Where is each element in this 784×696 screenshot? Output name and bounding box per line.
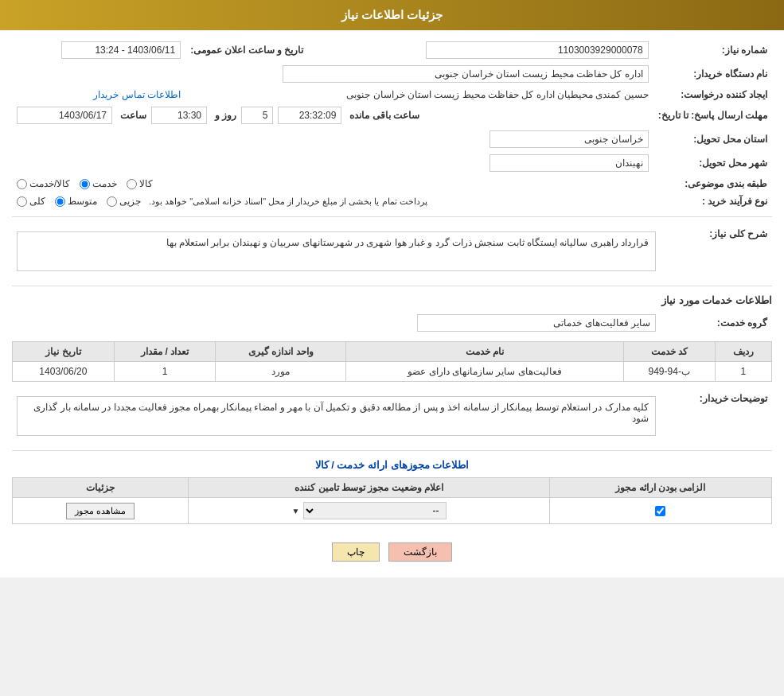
divider-3 [12, 450, 772, 451]
purchaseType-radio-jozi[interactable] [107, 196, 117, 207]
view-license-button[interactable]: مشاهده مجوز [66, 503, 135, 519]
category-option-kala-khedmat[interactable]: کالا/خدمت [17, 178, 70, 189]
license-data-table: الزامی بودن ارائه مجوز اعلام وضعیت مجوز … [12, 477, 772, 524]
purchaseType-radio-koli[interactable] [17, 196, 27, 207]
row-creator: ایجاد کننده درخواست: حسین کمندی محیطیان … [12, 86, 772, 103]
row-buyer-desc: توضیحات خریدار: کلیه مدارک در استعلام تو… [12, 388, 772, 444]
cell-unit: مورد [216, 362, 346, 382]
buyer-desc-table: توضیحات خریدار: کلیه مدارک در استعلام تو… [12, 388, 772, 444]
license-required-checkbox[interactable] [655, 506, 665, 516]
service-group-table: گروه خدمت: سایر فعالیت‌های خدماتی [12, 311, 772, 335]
purchaseType-option-koli[interactable]: کلی [17, 196, 45, 207]
table-row: 1 ب-94-949 فعالیت‌های سایر سازمانهای دار… [13, 362, 772, 382]
response-days: 5 [241, 107, 273, 124]
row-service-group: گروه خدمت: سایر فعالیت‌های خدماتی [12, 311, 772, 335]
license-status-cell: -- ▼ [189, 498, 549, 524]
col-supplier-status: اعلام وضعیت مجوز توسط تامین کننده [189, 478, 549, 498]
creator-value: حسین کمندی محیطیان اداره کل حفاظت محیط ز… [346, 89, 648, 100]
license-row-1: -- ▼ مشاهده مجوز [13, 498, 772, 524]
col-rownum: ردیف [715, 342, 771, 362]
divider-1 [12, 216, 772, 217]
needs-desc-table: شرح کلی نیاز: قرارداد راهبری سالیانه ایس… [12, 224, 772, 279]
services-header-row: ردیف کد خدمت نام خدمت واحد اندازه گیری ت… [13, 342, 772, 362]
footer-buttons: بازگشت چاپ [12, 531, 772, 570]
row-category: طبقه بندی موضوعی: کالا/خدمت خدمت [12, 175, 772, 192]
purchaseType-note: پرداخت تمام یا بخشی از مبلغ خریدار از مح… [149, 196, 427, 207]
license-status-select[interactable]: -- [303, 502, 447, 519]
row-delivery-province: استان محل تحویل: خراسان جنوبی [12, 127, 772, 151]
category-label-khedmat: خدمت [92, 178, 117, 189]
page-title: جزئیات اطلاعات نیاز [341, 8, 443, 21]
col-servicecode: کد خدمت [623, 342, 715, 362]
licenseInfo-label: اطلاعات مجوزهای ارائه خدمت / کالا [12, 459, 772, 471]
response-date: 1403/06/17 [17, 107, 112, 124]
row-delivery-city: شهر محل تحویل: نهبندان [12, 151, 772, 175]
needsDesc-value: قرارداد راهبری سالیانه ایستگاه ثابت سنجش… [17, 231, 656, 271]
chevron-down-icon: ▼ [292, 507, 300, 515]
license-table-head: الزامی بودن ارائه مجوز اعلام وضعیت مجوز … [13, 478, 772, 498]
license-table-body: -- ▼ مشاهده مجوز [13, 498, 772, 524]
purchaseType-radio-motevaset[interactable] [55, 196, 65, 207]
pubDate-label: تاریخ و ساعت اعلان عمومی: [185, 38, 308, 62]
purchaseType-label-motevaset: متوسط [68, 196, 97, 207]
purchaseType-radio-group: کلی متوسط جزیی [17, 196, 141, 207]
col-needdate: تاریخ نیاز [13, 342, 115, 362]
row-need-number: شماره نیاز: 1103003929000078 تاریخ و ساع… [12, 38, 772, 62]
responseTime-label: ساعت [120, 110, 146, 121]
contact-link[interactable]: اطلاعات تماس خریدار [93, 89, 181, 100]
buyerOrg-label: نام دستگاه خریدار: [653, 62, 772, 86]
license-checkbox-area [556, 506, 765, 516]
row-response-deadline: مهلت ارسال پاسخ: تا تاریخ: 1403/06/17 سا… [12, 103, 772, 127]
license-details-cell: مشاهده مجوز [13, 498, 189, 524]
cell-needdate: 1403/06/20 [13, 362, 115, 382]
category-label: طبقه بندی موضوعی: [653, 175, 772, 192]
category-option-khedmat[interactable]: خدمت [80, 178, 117, 189]
responseDays-label: روز و [215, 110, 236, 121]
serviceGroup-label: گروه خدمت: [661, 311, 772, 335]
needNumber-value: 1103003929000078 [426, 41, 649, 59]
responseRemaining-label: ساعت باقی مانده [349, 110, 419, 121]
category-radio-khedmat[interactable] [80, 179, 90, 189]
col-quantity: تعداد / مقدار [114, 342, 216, 362]
cell-servicename: فعالیت‌های سایر سازمانهای دارای عضو [346, 362, 624, 382]
deliveryProvince-label: استان محل تحویل: [653, 127, 772, 151]
pubDate-value: 1403/06/11 - 13:24 [61, 41, 181, 59]
license-header-row: الزامی بودن ارائه مجوز اعلام وضعیت مجوز … [13, 478, 772, 498]
category-option-kala[interactable]: کالا [127, 178, 153, 189]
col-servicename: نام خدمت [346, 342, 624, 362]
page-wrapper: جزئیات اطلاعات نیاز شماره نیاز: 11030039… [0, 0, 784, 577]
category-label-kala: کالا [139, 178, 153, 189]
back-button[interactable]: بازگشت [388, 542, 452, 562]
purchaseType-option-jozi[interactable]: جزیی [107, 196, 141, 207]
buyerDesc-label: توضیحات خریدار: [661, 388, 772, 444]
content-area: شماره نیاز: 1103003929000078 تاریخ و ساع… [0, 30, 784, 577]
deliveryCity-label: شهر محل تحویل: [653, 151, 772, 175]
deliveryCity-value: نهبندان [490, 154, 649, 172]
purchaseType-label-jozi: جزیی [119, 196, 141, 207]
col-required: الزامی بودن ارائه مجوز [549, 478, 771, 498]
cell-quantity: 1 [114, 362, 216, 382]
row-needs-desc: شرح کلی نیاز: قرارداد راهبری سالیانه ایس… [12, 224, 772, 279]
services-table-body: 1 ب-94-949 فعالیت‌های سایر سازمانهای دار… [13, 362, 772, 382]
responseDeadline-label: مهلت ارسال پاسخ: تا تاریخ: [653, 103, 772, 127]
category-radio-group: کالا/خدمت خدمت کالا [17, 178, 649, 189]
category-radio-kala-khedmat[interactable] [17, 179, 27, 189]
category-label-kala-khedmat: کالا/خدمت [29, 178, 70, 189]
info-table: شماره نیاز: 1103003929000078 تاریخ و ساع… [12, 38, 772, 210]
cell-servicecode: ب-94-949 [623, 362, 715, 382]
row-purchase-type: نوع فرآیند خرید : کلی متوسط [12, 192, 772, 210]
serviceGroup-value: سایر فعالیت‌های خدماتی [417, 314, 656, 332]
purchaseType-label: نوع فرآیند خرید : [653, 192, 772, 210]
creator-label: ایجاد کننده درخواست: [653, 86, 772, 103]
purchaseType-label-koli: کلی [29, 196, 45, 207]
purchaseType-option-motevaset[interactable]: متوسط [55, 196, 97, 207]
print-button[interactable]: چاپ [332, 542, 380, 562]
category-radio-kala[interactable] [127, 179, 137, 189]
servicesInfo-label: اطلاعات خدمات مورد نیاز [12, 294, 772, 306]
services-table-head: ردیف کد خدمت نام خدمت واحد اندازه گیری ت… [13, 342, 772, 362]
services-data-table: ردیف کد خدمت نام خدمت واحد اندازه گیری ت… [12, 341, 772, 382]
license-required-cell [549, 498, 771, 524]
col-details: جزئیات [13, 478, 189, 498]
deliveryProvince-value: خراسان جنوبی [490, 130, 649, 148]
buyerOrg-value: اداره کل حفاظت محیط زیست استان خراسان جن… [283, 65, 649, 83]
